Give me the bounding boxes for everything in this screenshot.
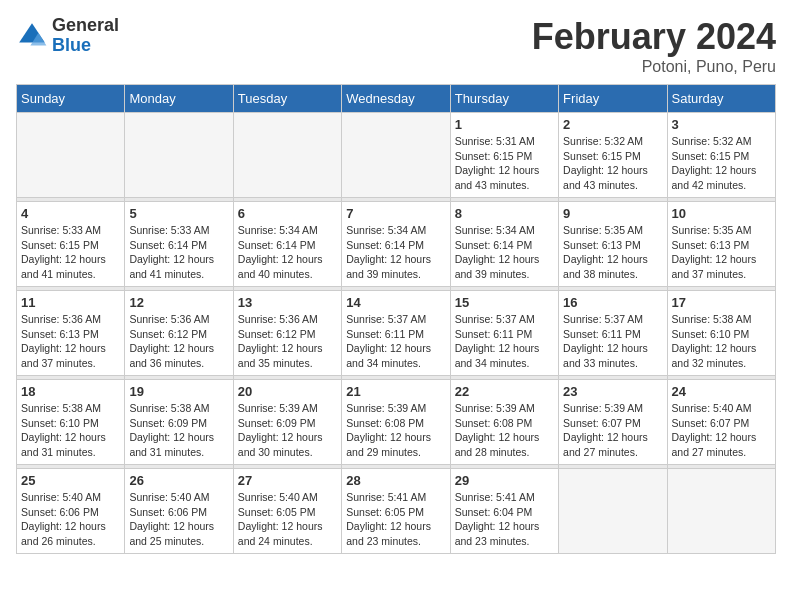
weekday-header-wednesday: Wednesday	[342, 85, 450, 113]
calendar-week-row: 4Sunrise: 5:33 AMSunset: 6:15 PMDaylight…	[17, 202, 776, 287]
day-info: Sunrise: 5:37 AMSunset: 6:11 PMDaylight:…	[346, 312, 445, 371]
day-info: Sunrise: 5:31 AMSunset: 6:15 PMDaylight:…	[455, 134, 554, 193]
day-number: 22	[455, 384, 554, 399]
day-info: Sunrise: 5:35 AMSunset: 6:13 PMDaylight:…	[563, 223, 662, 282]
day-number: 1	[455, 117, 554, 132]
day-info: Sunrise: 5:34 AMSunset: 6:14 PMDaylight:…	[238, 223, 337, 282]
day-number: 23	[563, 384, 662, 399]
day-number: 4	[21, 206, 120, 221]
day-number: 26	[129, 473, 228, 488]
calendar-cell: 13Sunrise: 5:36 AMSunset: 6:12 PMDayligh…	[233, 291, 341, 376]
day-info: Sunrise: 5:38 AMSunset: 6:10 PMDaylight:…	[21, 401, 120, 460]
calendar-cell: 21Sunrise: 5:39 AMSunset: 6:08 PMDayligh…	[342, 380, 450, 465]
calendar-cell: 18Sunrise: 5:38 AMSunset: 6:10 PMDayligh…	[17, 380, 125, 465]
day-info: Sunrise: 5:39 AMSunset: 6:08 PMDaylight:…	[455, 401, 554, 460]
day-info: Sunrise: 5:39 AMSunset: 6:09 PMDaylight:…	[238, 401, 337, 460]
weekday-header-friday: Friday	[559, 85, 667, 113]
day-number: 27	[238, 473, 337, 488]
calendar-week-row: 18Sunrise: 5:38 AMSunset: 6:10 PMDayligh…	[17, 380, 776, 465]
calendar-cell: 27Sunrise: 5:40 AMSunset: 6:05 PMDayligh…	[233, 469, 341, 554]
day-info: Sunrise: 5:41 AMSunset: 6:05 PMDaylight:…	[346, 490, 445, 549]
calendar-cell: 29Sunrise: 5:41 AMSunset: 6:04 PMDayligh…	[450, 469, 558, 554]
weekday-header-sunday: Sunday	[17, 85, 125, 113]
calendar-cell: 3Sunrise: 5:32 AMSunset: 6:15 PMDaylight…	[667, 113, 775, 198]
day-info: Sunrise: 5:37 AMSunset: 6:11 PMDaylight:…	[455, 312, 554, 371]
calendar-cell: 1Sunrise: 5:31 AMSunset: 6:15 PMDaylight…	[450, 113, 558, 198]
location-text: Potoni, Puno, Peru	[532, 58, 776, 76]
calendar-cell	[342, 113, 450, 198]
day-info: Sunrise: 5:37 AMSunset: 6:11 PMDaylight:…	[563, 312, 662, 371]
day-info: Sunrise: 5:38 AMSunset: 6:09 PMDaylight:…	[129, 401, 228, 460]
day-info: Sunrise: 5:40 AMSunset: 6:05 PMDaylight:…	[238, 490, 337, 549]
day-number: 12	[129, 295, 228, 310]
day-number: 24	[672, 384, 771, 399]
day-number: 14	[346, 295, 445, 310]
day-info: Sunrise: 5:32 AMSunset: 6:15 PMDaylight:…	[672, 134, 771, 193]
day-number: 25	[21, 473, 120, 488]
day-number: 11	[21, 295, 120, 310]
day-number: 17	[672, 295, 771, 310]
day-number: 21	[346, 384, 445, 399]
weekday-header-tuesday: Tuesday	[233, 85, 341, 113]
logo-icon	[16, 20, 48, 52]
day-info: Sunrise: 5:40 AMSunset: 6:06 PMDaylight:…	[21, 490, 120, 549]
calendar-cell: 22Sunrise: 5:39 AMSunset: 6:08 PMDayligh…	[450, 380, 558, 465]
calendar-cell: 25Sunrise: 5:40 AMSunset: 6:06 PMDayligh…	[17, 469, 125, 554]
day-info: Sunrise: 5:39 AMSunset: 6:08 PMDaylight:…	[346, 401, 445, 460]
weekday-header-thursday: Thursday	[450, 85, 558, 113]
day-number: 15	[455, 295, 554, 310]
title-area: February 2024 Potoni, Puno, Peru	[532, 16, 776, 76]
day-info: Sunrise: 5:34 AMSunset: 6:14 PMDaylight:…	[346, 223, 445, 282]
day-number: 6	[238, 206, 337, 221]
page-header: General Blue February 2024 Potoni, Puno,…	[16, 16, 776, 76]
calendar-week-row: 1Sunrise: 5:31 AMSunset: 6:15 PMDaylight…	[17, 113, 776, 198]
calendar-cell: 26Sunrise: 5:40 AMSunset: 6:06 PMDayligh…	[125, 469, 233, 554]
day-info: Sunrise: 5:36 AMSunset: 6:13 PMDaylight:…	[21, 312, 120, 371]
day-number: 9	[563, 206, 662, 221]
calendar-cell: 16Sunrise: 5:37 AMSunset: 6:11 PMDayligh…	[559, 291, 667, 376]
calendar-cell: 23Sunrise: 5:39 AMSunset: 6:07 PMDayligh…	[559, 380, 667, 465]
calendar-cell: 28Sunrise: 5:41 AMSunset: 6:05 PMDayligh…	[342, 469, 450, 554]
weekday-header-saturday: Saturday	[667, 85, 775, 113]
calendar-cell	[125, 113, 233, 198]
day-number: 20	[238, 384, 337, 399]
logo-blue-text: Blue	[52, 36, 119, 56]
calendar-cell: 14Sunrise: 5:37 AMSunset: 6:11 PMDayligh…	[342, 291, 450, 376]
day-number: 28	[346, 473, 445, 488]
weekday-header-monday: Monday	[125, 85, 233, 113]
day-number: 5	[129, 206, 228, 221]
day-number: 19	[129, 384, 228, 399]
calendar-cell: 17Sunrise: 5:38 AMSunset: 6:10 PMDayligh…	[667, 291, 775, 376]
calendar-cell	[17, 113, 125, 198]
calendar-week-row: 25Sunrise: 5:40 AMSunset: 6:06 PMDayligh…	[17, 469, 776, 554]
calendar-cell: 5Sunrise: 5:33 AMSunset: 6:14 PMDaylight…	[125, 202, 233, 287]
calendar-cell: 11Sunrise: 5:36 AMSunset: 6:13 PMDayligh…	[17, 291, 125, 376]
calendar-cell: 15Sunrise: 5:37 AMSunset: 6:11 PMDayligh…	[450, 291, 558, 376]
day-info: Sunrise: 5:40 AMSunset: 6:06 PMDaylight:…	[129, 490, 228, 549]
calendar-cell	[559, 469, 667, 554]
calendar-cell: 20Sunrise: 5:39 AMSunset: 6:09 PMDayligh…	[233, 380, 341, 465]
day-number: 7	[346, 206, 445, 221]
day-info: Sunrise: 5:35 AMSunset: 6:13 PMDaylight:…	[672, 223, 771, 282]
day-info: Sunrise: 5:36 AMSunset: 6:12 PMDaylight:…	[129, 312, 228, 371]
day-info: Sunrise: 5:39 AMSunset: 6:07 PMDaylight:…	[563, 401, 662, 460]
day-info: Sunrise: 5:32 AMSunset: 6:15 PMDaylight:…	[563, 134, 662, 193]
day-info: Sunrise: 5:33 AMSunset: 6:15 PMDaylight:…	[21, 223, 120, 282]
day-info: Sunrise: 5:41 AMSunset: 6:04 PMDaylight:…	[455, 490, 554, 549]
calendar-cell: 24Sunrise: 5:40 AMSunset: 6:07 PMDayligh…	[667, 380, 775, 465]
day-number: 3	[672, 117, 771, 132]
logo-general-text: General	[52, 16, 119, 36]
calendar-cell	[667, 469, 775, 554]
month-title: February 2024	[532, 16, 776, 58]
calendar-cell: 12Sunrise: 5:36 AMSunset: 6:12 PMDayligh…	[125, 291, 233, 376]
day-number: 8	[455, 206, 554, 221]
calendar-cell: 4Sunrise: 5:33 AMSunset: 6:15 PMDaylight…	[17, 202, 125, 287]
day-number: 29	[455, 473, 554, 488]
day-number: 16	[563, 295, 662, 310]
day-info: Sunrise: 5:40 AMSunset: 6:07 PMDaylight:…	[672, 401, 771, 460]
day-number: 13	[238, 295, 337, 310]
calendar-week-row: 11Sunrise: 5:36 AMSunset: 6:13 PMDayligh…	[17, 291, 776, 376]
weekday-header-row: SundayMondayTuesdayWednesdayThursdayFrid…	[17, 85, 776, 113]
calendar-cell	[233, 113, 341, 198]
day-number: 10	[672, 206, 771, 221]
